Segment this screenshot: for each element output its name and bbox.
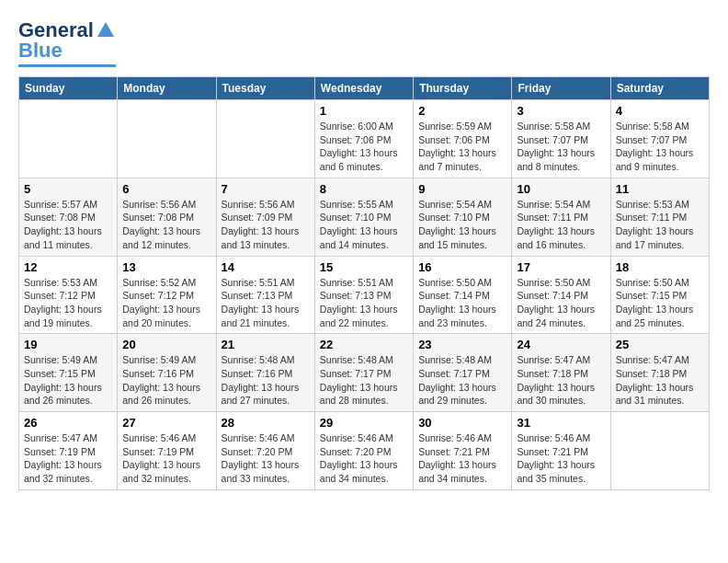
- day-cell: 15Sunrise: 5:51 AM Sunset: 7:13 PM Dayli…: [314, 256, 413, 334]
- day-number: 30: [418, 416, 506, 430]
- day-number: 19: [24, 338, 112, 351]
- header-tuesday: Tuesday: [216, 77, 314, 100]
- day-number: 25: [616, 338, 704, 351]
- day-number: 8: [320, 182, 408, 196]
- logo-underline: [18, 64, 116, 67]
- day-cell: 10Sunrise: 5:54 AM Sunset: 7:11 PM Dayli…: [512, 178, 610, 256]
- header-sunday: Sunday: [19, 77, 118, 100]
- day-info: Sunrise: 5:47 AM Sunset: 7:19 PM Dayligh…: [24, 431, 112, 486]
- logo-blue: Blue: [18, 39, 63, 63]
- day-cell: 6Sunrise: 5:56 AM Sunset: 7:08 PM Daylig…: [118, 178, 216, 256]
- day-cell: 25Sunrise: 5:47 AM Sunset: 7:18 PM Dayli…: [610, 334, 709, 412]
- day-info: Sunrise: 5:50 AM Sunset: 7:14 PM Dayligh…: [517, 276, 605, 330]
- day-cell: 22Sunrise: 5:48 AM Sunset: 7:17 PM Dayli…: [314, 334, 413, 412]
- day-info: Sunrise: 5:58 AM Sunset: 7:07 PM Dayligh…: [517, 120, 605, 174]
- day-cell: [610, 412, 709, 490]
- logo-icon: [96, 20, 116, 40]
- day-cell: 21Sunrise: 5:48 AM Sunset: 7:16 PM Dayli…: [216, 334, 314, 412]
- day-cell: 16Sunrise: 5:50 AM Sunset: 7:14 PM Dayli…: [414, 256, 512, 334]
- day-number: 26: [24, 416, 112, 430]
- day-cell: 13Sunrise: 5:52 AM Sunset: 7:12 PM Dayli…: [118, 256, 216, 334]
- header-saturday: Saturday: [610, 77, 709, 100]
- day-number: 10: [517, 182, 605, 196]
- header-friday: Friday: [512, 77, 610, 100]
- day-cell: 11Sunrise: 5:53 AM Sunset: 7:11 PM Dayli…: [610, 178, 709, 256]
- day-number: 15: [320, 260, 408, 274]
- day-number: 22: [320, 338, 408, 351]
- day-number: 18: [616, 260, 704, 274]
- day-info: Sunrise: 5:46 AM Sunset: 7:21 PM Dayligh…: [517, 431, 605, 486]
- day-cell: 7Sunrise: 5:56 AM Sunset: 7:09 PM Daylig…: [216, 178, 314, 256]
- day-number: 17: [517, 260, 605, 274]
- day-info: Sunrise: 5:59 AM Sunset: 7:06 PM Dayligh…: [418, 120, 506, 174]
- day-number: 12: [24, 260, 112, 274]
- day-number: 24: [517, 338, 605, 351]
- day-cell: 4Sunrise: 5:58 AM Sunset: 7:07 PM Daylig…: [610, 100, 709, 178]
- day-cell: [118, 100, 216, 178]
- day-cell: 19Sunrise: 5:49 AM Sunset: 7:15 PM Dayli…: [19, 334, 118, 412]
- header-monday: Monday: [118, 77, 216, 100]
- day-cell: 20Sunrise: 5:49 AM Sunset: 7:16 PM Dayli…: [118, 334, 216, 412]
- day-cell: 27Sunrise: 5:46 AM Sunset: 7:19 PM Dayli…: [118, 412, 216, 490]
- day-info: Sunrise: 5:56 AM Sunset: 7:09 PM Dayligh…: [222, 198, 310, 252]
- day-cell: 2Sunrise: 5:59 AM Sunset: 7:06 PM Daylig…: [414, 100, 512, 178]
- day-cell: 1Sunrise: 6:00 AM Sunset: 7:06 PM Daylig…: [314, 100, 413, 178]
- day-cell: 17Sunrise: 5:50 AM Sunset: 7:14 PM Dayli…: [512, 256, 610, 334]
- day-number: 4: [616, 104, 704, 118]
- day-number: 3: [517, 104, 605, 118]
- day-info: Sunrise: 6:00 AM Sunset: 7:06 PM Dayligh…: [320, 120, 408, 174]
- day-number: 5: [24, 182, 112, 196]
- day-info: Sunrise: 5:49 AM Sunset: 7:15 PM Dayligh…: [24, 353, 112, 408]
- week-row-2: 12Sunrise: 5:53 AM Sunset: 7:12 PM Dayli…: [19, 256, 710, 334]
- day-info: Sunrise: 5:56 AM Sunset: 7:08 PM Dayligh…: [122, 198, 210, 252]
- week-row-4: 26Sunrise: 5:47 AM Sunset: 7:19 PM Dayli…: [19, 412, 710, 490]
- day-cell: [19, 100, 118, 178]
- day-number: 27: [122, 416, 210, 430]
- calendar-table: SundayMondayTuesdayWednesdayThursdayFrid…: [18, 76, 710, 490]
- day-number: 23: [418, 338, 506, 351]
- day-info: Sunrise: 5:53 AM Sunset: 7:11 PM Dayligh…: [616, 198, 704, 252]
- logo: General Blue: [18, 18, 116, 67]
- day-number: 14: [222, 260, 310, 274]
- day-info: Sunrise: 5:46 AM Sunset: 7:20 PM Dayligh…: [320, 431, 408, 486]
- week-row-3: 19Sunrise: 5:49 AM Sunset: 7:15 PM Dayli…: [19, 334, 710, 412]
- header-row: SundayMondayTuesdayWednesdayThursdayFrid…: [19, 77, 710, 100]
- day-info: Sunrise: 5:46 AM Sunset: 7:19 PM Dayligh…: [122, 431, 210, 486]
- day-number: 13: [122, 260, 210, 274]
- day-info: Sunrise: 5:47 AM Sunset: 7:18 PM Dayligh…: [517, 353, 605, 408]
- day-number: 9: [418, 182, 506, 196]
- day-info: Sunrise: 5:48 AM Sunset: 7:17 PM Dayligh…: [418, 353, 506, 408]
- day-info: Sunrise: 5:51 AM Sunset: 7:13 PM Dayligh…: [222, 276, 310, 330]
- day-info: Sunrise: 5:49 AM Sunset: 7:16 PM Dayligh…: [122, 353, 210, 408]
- day-cell: 14Sunrise: 5:51 AM Sunset: 7:13 PM Dayli…: [216, 256, 314, 334]
- day-info: Sunrise: 5:46 AM Sunset: 7:20 PM Dayligh…: [222, 431, 310, 486]
- day-cell: 3Sunrise: 5:58 AM Sunset: 7:07 PM Daylig…: [512, 100, 610, 178]
- day-info: Sunrise: 5:50 AM Sunset: 7:15 PM Dayligh…: [616, 276, 704, 330]
- day-cell: 31Sunrise: 5:46 AM Sunset: 7:21 PM Dayli…: [512, 412, 610, 490]
- day-info: Sunrise: 5:48 AM Sunset: 7:16 PM Dayligh…: [222, 353, 310, 408]
- svg-marker-0: [97, 22, 114, 37]
- day-info: Sunrise: 5:46 AM Sunset: 7:21 PM Dayligh…: [418, 431, 506, 486]
- day-number: 2: [418, 104, 506, 118]
- day-info: Sunrise: 5:55 AM Sunset: 7:10 PM Dayligh…: [320, 198, 408, 252]
- day-number: 21: [222, 338, 310, 351]
- page-header: General Blue: [18, 18, 710, 67]
- day-cell: 28Sunrise: 5:46 AM Sunset: 7:20 PM Dayli…: [216, 412, 314, 490]
- day-cell: 29Sunrise: 5:46 AM Sunset: 7:20 PM Dayli…: [314, 412, 413, 490]
- day-number: 28: [222, 416, 310, 430]
- day-cell: 26Sunrise: 5:47 AM Sunset: 7:19 PM Dayli…: [19, 412, 118, 490]
- day-cell: 9Sunrise: 5:54 AM Sunset: 7:10 PM Daylig…: [414, 178, 512, 256]
- day-cell: 30Sunrise: 5:46 AM Sunset: 7:21 PM Dayli…: [414, 412, 512, 490]
- day-info: Sunrise: 5:51 AM Sunset: 7:13 PM Dayligh…: [320, 276, 408, 330]
- day-cell: 23Sunrise: 5:48 AM Sunset: 7:17 PM Dayli…: [414, 334, 512, 412]
- day-number: 29: [320, 416, 408, 430]
- day-number: 20: [122, 338, 210, 351]
- day-info: Sunrise: 5:54 AM Sunset: 7:11 PM Dayligh…: [517, 198, 605, 252]
- header-wednesday: Wednesday: [314, 77, 413, 100]
- day-cell: 24Sunrise: 5:47 AM Sunset: 7:18 PM Dayli…: [512, 334, 610, 412]
- day-info: Sunrise: 5:57 AM Sunset: 7:08 PM Dayligh…: [24, 198, 112, 252]
- day-number: 1: [320, 104, 408, 118]
- week-row-1: 5Sunrise: 5:57 AM Sunset: 7:08 PM Daylig…: [19, 178, 710, 256]
- day-cell: 12Sunrise: 5:53 AM Sunset: 7:12 PM Dayli…: [19, 256, 118, 334]
- day-info: Sunrise: 5:58 AM Sunset: 7:07 PM Dayligh…: [616, 120, 704, 174]
